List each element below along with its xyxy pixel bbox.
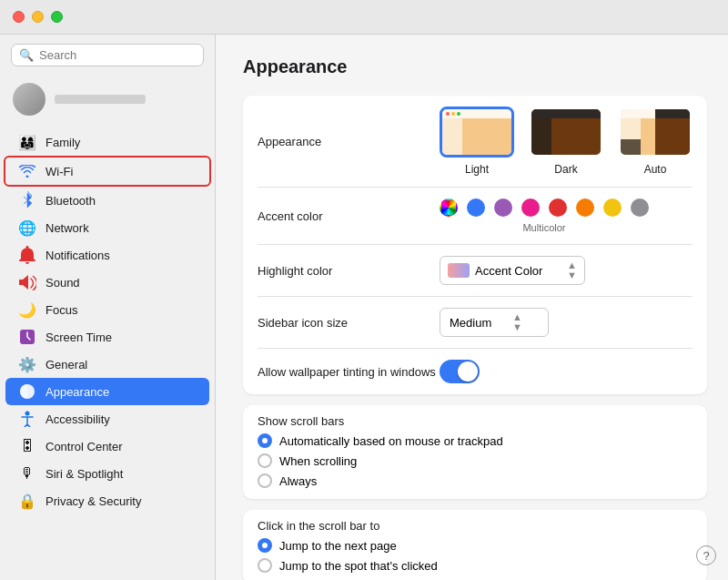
highlight-left: Accent Color (448, 263, 542, 278)
accent-yellow[interactable] (603, 198, 622, 217)
sidebar-item-label-network: Network (46, 221, 89, 235)
user-profile-item[interactable] (0, 76, 215, 123)
appearance-label: Appearance (258, 135, 440, 148)
accent-color-label: Accent color (258, 209, 440, 223)
sidebar-item-notifications[interactable]: Notifications (5, 241, 209, 269)
sidebar-item-bluetooth[interactable]: Bluetooth (5, 187, 209, 214)
sidebar-item-label-accessibility: Accessibility (46, 412, 110, 426)
maximize-button[interactable] (51, 11, 63, 23)
highlight-swatch (448, 263, 470, 278)
accent-orange[interactable] (576, 198, 594, 217)
appearance-label-auto: Auto (644, 163, 667, 176)
sidebar-item-privacy-security[interactable]: 🔒 Privacy & Security (5, 487, 209, 514)
appearance-option-dark[interactable]: Dark (529, 107, 603, 176)
wifi-icon (18, 162, 36, 180)
sidebar-item-focus[interactable]: 🌙 Focus (5, 296, 209, 323)
siri-icon: 🎙 (18, 464, 36, 483)
sidebar-item-network[interactable]: 🌐 Network (5, 214, 209, 241)
scroll-bars-section: Show scroll bars Automatically based on … (243, 405, 707, 499)
titlebar (0, 0, 728, 35)
close-button[interactable] (13, 11, 25, 23)
sidebar-item-screen-time[interactable]: Screen Time (5, 323, 209, 351)
highlight-color-row: Highlight color Accent Color ▲ ▼ (258, 245, 693, 297)
sidebar-item-label-general: General (46, 358, 87, 371)
appearance-control: Light Dark (440, 107, 693, 176)
scroll-bars-label: Show scroll bars (258, 405, 693, 433)
accent-blue[interactable] (467, 198, 485, 217)
scroll-spot-clicked-label: Jump to the spot that's clicked (279, 559, 438, 573)
wallpaper-tinting-control (440, 360, 693, 383)
screen-time-icon (18, 328, 36, 346)
sidebar-item-label-screen-time: Screen Time (46, 331, 112, 344)
light-sidebar (442, 118, 462, 158)
sidebar-item-label-bluetooth: Bluetooth (46, 194, 96, 208)
appearance-option-auto[interactable]: Auto (618, 107, 693, 176)
scroll-click-label: Click in the scroll bar to (258, 510, 693, 538)
scroll-next-page-label: Jump to the next page (279, 539, 397, 553)
sidebar-item-label-control-center: Control Center (46, 440, 123, 453)
thumb-dot-yellow (451, 112, 455, 116)
scroll-scrolling-label: When scrolling (279, 454, 357, 468)
accent-multicolor[interactable] (440, 198, 458, 217)
sidebar-icon-size-select[interactable]: Medium ▲ ▼ (440, 308, 549, 337)
scroll-scrolling-radio (258, 453, 272, 468)
sidebar-item-appearance[interactable]: Appearance (5, 378, 209, 405)
light-thumb-content (442, 109, 511, 155)
sidebar-item-control-center[interactable]: 🎛 Control Center (5, 432, 209, 460)
sidebar-item-sound[interactable]: Sound (5, 269, 209, 296)
minimize-button[interactable] (32, 11, 44, 23)
help-icon: ? (703, 549, 709, 563)
sidebar-item-family[interactable]: 👨‍👩‍👧 Family (5, 128, 209, 156)
scroll-auto-option[interactable]: Automatically based on mouse or trackpad (258, 433, 693, 448)
notifications-icon (18, 246, 36, 264)
search-input[interactable] (39, 48, 196, 62)
accent-color-row: Accent color (258, 188, 693, 245)
scroll-spot-clicked-option[interactable]: Jump to the spot that's clicked (258, 558, 693, 573)
sidebar-item-siri-spotlight[interactable]: 🎙 Siri & Spotlight (5, 460, 209, 487)
appearance-thumb-auto (618, 107, 693, 158)
accent-graphite[interactable] (631, 198, 649, 217)
sidebar-item-wifi[interactable]: Wi-Fi (4, 156, 211, 187)
sidebar-item-general[interactable]: ⚙️ General (5, 351, 209, 378)
wallpaper-tinting-label: Allow wallpaper tinting in windows (258, 365, 440, 379)
scroll-scrolling-option[interactable]: When scrolling (258, 453, 693, 468)
sidebar-item-accessibility[interactable]: Accessibility (5, 405, 209, 432)
control-center-icon: 🎛 (18, 437, 36, 455)
scroll-click-radio-group: Jump to the next page Jump to the spot t… (258, 538, 693, 580)
appearance-thumb-light (440, 107, 514, 158)
highlight-arrows: ▲ ▼ (567, 260, 577, 280)
bluetooth-icon (18, 191, 36, 209)
help-button[interactable]: ? (696, 545, 716, 565)
wallpaper-tinting-toggle[interactable] (440, 360, 480, 383)
search-bar[interactable]: 🔍 (11, 44, 204, 66)
toggle-knob (458, 361, 478, 382)
sidebar-item-label-appearance: Appearance (46, 385, 109, 399)
focus-icon: 🌙 (18, 300, 36, 319)
sidebar-item-label-focus: Focus (46, 303, 77, 317)
scroll-next-page-option[interactable]: Jump to the next page (258, 538, 693, 553)
user-name (55, 95, 146, 104)
scroll-next-page-radio (258, 538, 272, 553)
sidebar-item-label-family: Family (46, 136, 80, 149)
content-area: Appearance Appearance (216, 35, 728, 580)
scroll-always-option[interactable]: Always (258, 473, 693, 488)
sidebar-icon-size-row: Sidebar icon size Medium ▲ ▼ (258, 297, 693, 349)
scroll-auto-label: Automatically based on mouse or trackpad (279, 434, 503, 448)
thumb-dot-green (457, 112, 460, 116)
auto-sidebar (621, 118, 641, 158)
accent-sublabel: Multicolor (440, 222, 649, 233)
accent-pink[interactable] (521, 198, 540, 217)
svg-point-2 (25, 412, 30, 416)
privacy-icon: 🔒 (18, 492, 36, 510)
light-menubar (442, 109, 511, 118)
family-icon: 👨‍👩‍👧 (18, 133, 36, 151)
appearance-section: Appearance (243, 96, 707, 394)
sidebar-size-value: Medium (450, 316, 491, 330)
accent-purple[interactable] (494, 198, 512, 217)
appearance-option-light[interactable]: Light (440, 107, 514, 176)
search-icon: 🔍 (19, 48, 34, 62)
accent-red[interactable] (549, 198, 567, 217)
accent-color-control: Multicolor (440, 198, 693, 233)
dark-menubar (531, 109, 601, 118)
highlight-dropdown[interactable]: Accent Color ▲ ▼ (440, 256, 585, 285)
